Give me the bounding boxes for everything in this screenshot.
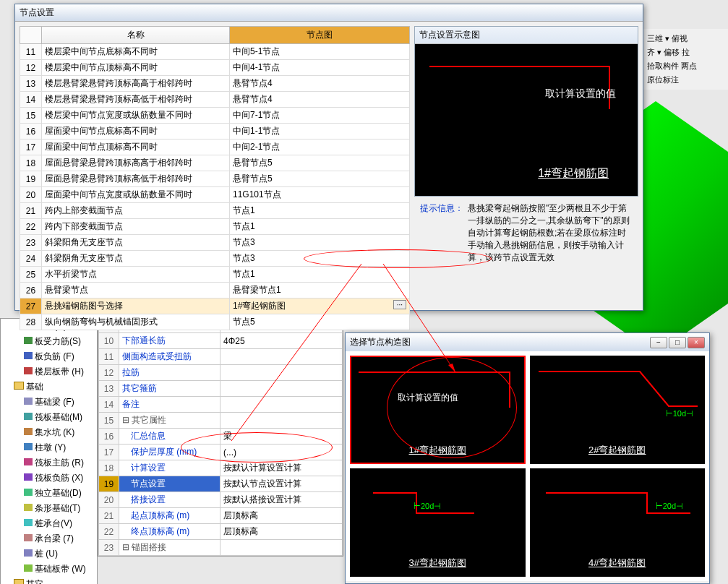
tree-item[interactable]: 基础 <box>1 379 97 395</box>
node-row[interactable]: 26悬臂梁节点悬臂梁节点1 <box>20 283 410 299</box>
minimize-button[interactable]: − <box>650 337 667 348</box>
node-row[interactable]: 24斜梁阴角无支座节点节点3 <box>20 251 410 267</box>
tree-item[interactable]: 其它 <box>1 577 97 584</box>
ellipsis-button[interactable]: ··· <box>393 300 406 309</box>
prop-row[interactable]: 23⊟ 锚固搭接 <box>99 540 343 556</box>
node-row[interactable]: 23斜梁阳角无支座节点节点3 <box>20 235 410 251</box>
dialog-title: 节点设置 <box>15 4 643 22</box>
prop-row[interactable]: 19 节点设置按默认节点设置计算 <box>99 476 343 492</box>
prop-row[interactable]: 13其它箍筋 <box>99 381 343 397</box>
node-table: 名称 节点图 11楼层梁中间节点底标高不同时中间5-1节点12楼层梁中间节点顶标… <box>20 26 410 330</box>
node-row[interactable]: 11楼层梁中间节点底标高不同时中间5-1节点 <box>20 44 410 60</box>
diagram-option-1[interactable]: 取计算设置的值1#弯起钢筋图 <box>350 356 526 464</box>
prop-row[interactable]: 16 汇总信息梁 <box>99 429 343 445</box>
diagram-option-3[interactable]: ⊢20d⊣3#弯起钢筋图 <box>350 468 526 577</box>
tree-item[interactable]: 基础板带 (W) <box>1 562 97 577</box>
preview-panel: 节点设置示意图 取计算设置的值 1#弯起钢筋图 <box>414 26 638 197</box>
prop-row[interactable]: 18 计算设置按默认计算设置计算 <box>99 460 343 476</box>
preview-title: 节点设置示意图 <box>415 27 638 44</box>
toolbar-row[interactable]: 齐 ▾ 偏移 拉 <box>644 46 725 59</box>
prop-row[interactable]: 21 起点顶标高 (m)层顶标高 <box>99 508 343 524</box>
node-row[interactable]: 21跨内上部变截面节点节点1 <box>20 203 410 219</box>
right-toolbar: 三维 ▾ 俯视 齐 ▾ 偏移 拉 拾取构件 两点 原位标注 <box>641 29 728 90</box>
node-row[interactable]: 25水平折梁节点节点1 <box>20 267 410 283</box>
hint-label: 提示信息： <box>420 202 463 264</box>
prop-row[interactable]: 15⊟ 其它属性 <box>99 413 343 429</box>
diagram-option-2[interactable]: ⊢10d⊣2#弯起钢筋图 <box>530 356 706 464</box>
tree-item[interactable]: 柱墩 (Y) <box>1 440 97 455</box>
node-settings-dialog: 节点设置 名称 节点图 11楼层梁中间节点底标高不同时中间5-1节点12楼层梁中… <box>14 4 643 311</box>
node-row[interactable]: 15楼层梁中间节点宽度或纵筋数量不同时中间7-1节点 <box>20 108 410 124</box>
node-row[interactable]: 17屋面梁中间节点顶标高不同时中间2-1节点 <box>20 139 410 155</box>
prop-row[interactable]: 12拉筋 <box>99 365 343 381</box>
tree-item[interactable]: 筏板基础(M) <box>1 410 97 425</box>
node-row[interactable]: 14楼层悬臂梁悬臂跨顶标高低于相邻跨时悬臂节点4 <box>20 92 410 108</box>
node-row[interactable]: 27悬挑端钢筋图号选择1#弯起钢筋图··· <box>20 299 410 314</box>
diagram-caption: 1#弯起钢筋图 <box>538 166 609 181</box>
node-row[interactable]: 20屋面梁中间节点宽度或纵筋数量不同时11G101节点 <box>20 187 410 203</box>
prop-row[interactable]: 20 搭接设置按默认搭接设置计算 <box>99 492 343 508</box>
col-node-diagram: 节点图 <box>230 27 410 44</box>
node-row[interactable]: 19屋面悬臂梁悬臂跨顶标高低于相邻跨时悬臂节点5 <box>20 171 410 187</box>
tree-item[interactable]: 条形基础(T) <box>1 501 97 516</box>
tree-item[interactable]: 集水坑 (K) <box>1 425 97 440</box>
tree-item[interactable]: 筏板主筋 (R) <box>1 455 97 471</box>
toolbar-row[interactable]: 原位标注 <box>644 73 725 87</box>
tree-item[interactable]: 筏板负筋 (X) <box>1 471 97 486</box>
close-button[interactable]: × <box>688 337 705 348</box>
prop-row[interactable]: 17 保护层厚度 (mm)(...) <box>99 445 343 460</box>
diagram-label: 取计算设置的值 <box>545 87 616 100</box>
dialog2-title: 选择节点构造图 <box>350 336 411 348</box>
node-row[interactable]: 16屋面梁中间节点底标高不同时中间1-1节点 <box>20 124 410 139</box>
col-name: 名称 <box>42 27 230 44</box>
hint-text: 悬挑梁弯起钢筋按照"至少两根且不少于第一排纵筋的二分之一,其余纵筋弯下"的原则自… <box>468 202 633 264</box>
node-row[interactable]: 12楼层梁中间节点顶标高不同时中间4-1节点 <box>20 60 410 76</box>
tree-item[interactable]: 桩 (U) <box>1 546 97 562</box>
node-row[interactable]: 22跨内下部变截面节点节点1 <box>20 219 410 235</box>
hint-box: 提示信息： 悬挑梁弯起钢筋按照"至少两根且不少于第一排纵筋的二分之一,其余纵筋弯… <box>414 197 638 270</box>
tree-item[interactable]: 独立基础(D) <box>1 486 97 501</box>
node-row[interactable]: 18屋面悬臂梁悬臂跨顶标高高于相邻跨时悬臂节点5 <box>20 155 410 171</box>
toolbar-row[interactable]: 拾取构件 两点 <box>644 59 725 73</box>
toolbar-row[interactable]: 三维 ▾ 俯视 <box>644 32 725 46</box>
node-row[interactable]: 13楼层悬臂梁悬臂跨顶标高高于相邻跨时悬臂节点4 <box>20 76 410 92</box>
diagram-option-4[interactable]: ⊢20d⊣4#弯起钢筋图 <box>530 468 706 577</box>
node-row[interactable]: 28纵向钢筋弯钩与机械锚固形式节点5 <box>20 314 410 330</box>
tree-item[interactable]: 基础梁 (F) <box>1 395 97 410</box>
tree-item[interactable]: 桩承台(V) <box>1 516 97 531</box>
select-node-dialog: 选择节点构造图 − □ × 取计算设置的值1#弯起钢筋图⊢10d⊣2#弯起钢筋图… <box>345 332 710 584</box>
preview-diagram: 取计算设置的值 1#弯起钢筋图 <box>415 44 638 196</box>
tree-item[interactable]: 承台梁 (7) <box>1 531 97 546</box>
maximize-button[interactable]: □ <box>669 337 686 348</box>
prop-row[interactable]: 22 终点顶标高 (m)层顶标高 <box>99 524 343 540</box>
prop-row[interactable]: 14备注 <box>99 397 343 413</box>
tree-item[interactable]: 楼层板带 (H) <box>1 364 97 379</box>
